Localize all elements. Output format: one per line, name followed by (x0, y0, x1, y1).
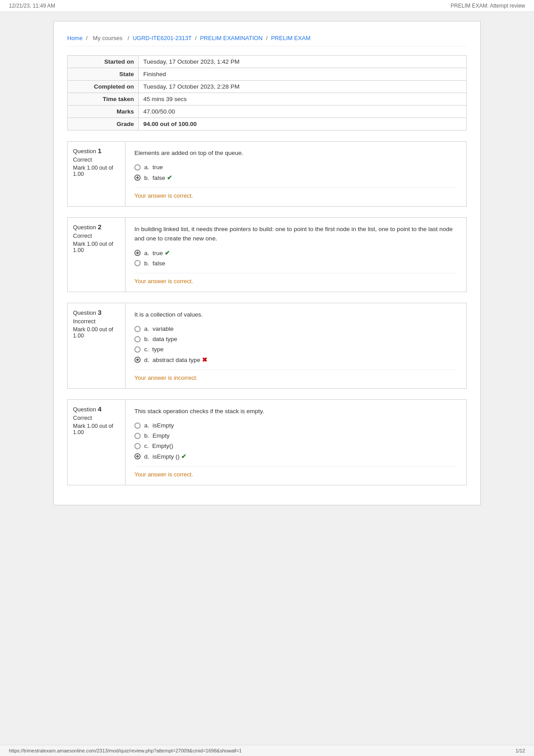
summary-completed-on-label: Completed on (68, 81, 139, 93)
question-body-3: It is a collection of values.a. variable… (125, 303, 466, 388)
summary-time-taken-label: Time taken (68, 93, 139, 106)
questions-container: Question 1 Correct Mark 1.00 out of 1.00… (67, 141, 467, 485)
option-3-a: a. variable (134, 325, 457, 332)
summary-time-taken-value: 45 mins 39 secs (139, 93, 467, 106)
question-text-1: Elements are added on top of the queue. (134, 149, 457, 158)
breadcrumb-mycourses: My courses (93, 35, 122, 41)
radio-3-d (134, 357, 141, 363)
radio-4-d (134, 453, 141, 459)
question-block-4: Question 4 Correct Mark 1.00 out of 1.00… (67, 399, 467, 485)
breadcrumb-exam-label[interactable]: PRELIM EXAMINATION (200, 35, 263, 41)
question-body-4: This stack operation checks if the stack… (125, 400, 466, 485)
question-number-4: Question 4 (73, 405, 120, 413)
option-1-a: a. true (134, 164, 457, 171)
radio-3-c (134, 346, 141, 353)
radio-2-a (134, 250, 141, 256)
radio-2-b (134, 260, 141, 266)
question-mark-3: Mark 0.00 out of 1.00 (73, 326, 120, 339)
option-4-c: c. Empty() (134, 443, 457, 449)
question-body-2: In building linked list, it needs three … (125, 218, 466, 292)
option-2-a: a. true ✔ (134, 249, 457, 256)
option-2-b: b. false (134, 260, 457, 267)
option-label-3-a: a. variable (144, 325, 174, 332)
option-4-b: b. Empty (134, 432, 457, 439)
radio-1-b (134, 175, 141, 181)
option-label-2-b: b. false (144, 260, 165, 267)
option-1-b: b. false ✔ (134, 174, 457, 181)
breadcrumb-home[interactable]: Home (67, 35, 83, 41)
question-number-3: Question 3 (73, 309, 120, 316)
question-text-4: This stack operation checks if the stack… (134, 407, 457, 416)
radio-3-b (134, 336, 141, 342)
radio-4-a (134, 423, 141, 429)
breadcrumb-sep3: / (195, 35, 198, 41)
feedback-1: Your answer is correct. (134, 187, 457, 199)
option-label-2-a: a. true ✔ (144, 249, 170, 256)
options-list-2: a. true ✔b. false (134, 249, 457, 267)
summary-state-label: State (68, 68, 139, 81)
question-number-2: Question 2 (73, 223, 120, 231)
question-text-2: In building linked list, it needs three … (134, 225, 457, 243)
question-status-1: Correct (73, 156, 120, 163)
option-3-c: c. type (134, 346, 457, 353)
summary-started-on: Started on Tuesday, 17 October 2023, 1:4… (68, 56, 467, 68)
summary-table: Started on Tuesday, 17 October 2023, 1:4… (67, 55, 467, 130)
summary-state-value: Finished (139, 68, 467, 81)
summary-marks: Marks 47.00/50.00 (68, 106, 467, 118)
correct-icon: ✔ (167, 175, 172, 181)
question-body-1: Elements are added on top of the queue.a… (125, 142, 466, 206)
feedback-3: Your answer is incorrect. (134, 370, 457, 381)
top-bar-page-title: PRELIM EXAM: Attempt review (451, 3, 525, 9)
question-mark-4: Mark 1.00 out of 1.00 (73, 423, 120, 435)
summary-marks-label: Marks (68, 106, 139, 118)
summary-marks-value: 47.00/50.00 (139, 106, 467, 118)
summary-started-on-value: Tuesday, 17 October 2023, 1:42 PM (139, 56, 467, 68)
option-label-1-a: a. true (144, 164, 163, 171)
radio-4-b (134, 433, 141, 439)
feedback-2: Your answer is correct. (134, 273, 457, 285)
option-label-3-c: c. type (144, 346, 164, 353)
breadcrumb-sep1: / (86, 35, 89, 41)
summary-completed-on: Completed on Tuesday, 17 October 2023, 2… (68, 81, 467, 93)
question-status-4: Correct (73, 415, 120, 421)
summary-grade: Grade 94.00 out of 100.00 (68, 118, 467, 130)
summary-time-taken: Time taken 45 mins 39 secs (68, 93, 467, 106)
question-sidebar-2: Question 2 Correct Mark 1.00 out of 1.00 (68, 218, 125, 292)
question-mark-2: Mark 1.00 out of 1.00 (73, 241, 120, 253)
question-mark-1: Mark 1.00 out of 1.00 (73, 165, 120, 177)
summary-started-on-label: Started on (68, 56, 139, 68)
radio-1-a (134, 164, 141, 171)
options-list-4: a. isEmptyb. Emptyc. Empty()d. isEmpty (… (134, 422, 457, 460)
top-bar-datetime: 12/21/23, 11:49 AM (9, 3, 55, 9)
question-block-1: Question 1 Correct Mark 1.00 out of 1.00… (67, 141, 467, 207)
question-block-3: Question 3 Incorrect Mark 0.00 out of 1.… (67, 303, 467, 389)
correct-icon: ✔ (181, 453, 186, 460)
breadcrumb-sep2: / (128, 35, 131, 41)
option-3-d: d. abstract data type ✖ (134, 356, 457, 363)
feedback-4: Your answer is correct. (134, 466, 457, 478)
question-status-3: Incorrect (73, 318, 120, 325)
top-bar: 12/21/23, 11:49 AM PRELIM EXAM: Attempt … (0, 0, 534, 12)
options-list-1: a. trueb. false ✔ (134, 164, 457, 181)
question-sidebar-4: Question 4 Correct Mark 1.00 out of 1.00 (68, 400, 125, 485)
question-number-1: Question 1 (73, 147, 120, 154)
option-4-a: a. isEmpty (134, 422, 457, 429)
question-sidebar-3: Question 3 Incorrect Mark 0.00 out of 1.… (68, 303, 125, 388)
summary-grade-value: 94.00 out of 100.00 (139, 118, 467, 130)
radio-3-a (134, 326, 141, 332)
option-label-3-d: d. abstract data type ✖ (144, 356, 207, 363)
option-label-4-c: c. Empty() (144, 443, 173, 449)
summary-completed-on-value: Tuesday, 17 October 2023, 2:28 PM (139, 81, 467, 93)
option-label-4-b: b. Empty (144, 432, 170, 439)
breadcrumb-sep4: / (266, 35, 269, 41)
summary-state: State Finished (68, 68, 467, 81)
summary-grade-label: Grade (68, 118, 139, 130)
radio-4-c (134, 443, 141, 449)
question-status-2: Correct (73, 232, 120, 239)
question-block-2: Question 2 Correct Mark 1.00 out of 1.00… (67, 217, 467, 292)
question-text-3: It is a collection of values. (134, 310, 457, 319)
option-4-d: d. isEmpty () ✔ (134, 453, 457, 460)
breadcrumb: Home / My courses / UGRD-ITE6201-2313T /… (67, 30, 467, 46)
breadcrumb-course[interactable]: UGRD-ITE6201-2313T (133, 35, 192, 41)
breadcrumb-exam-name[interactable]: PRELIM EXAM (271, 35, 311, 41)
